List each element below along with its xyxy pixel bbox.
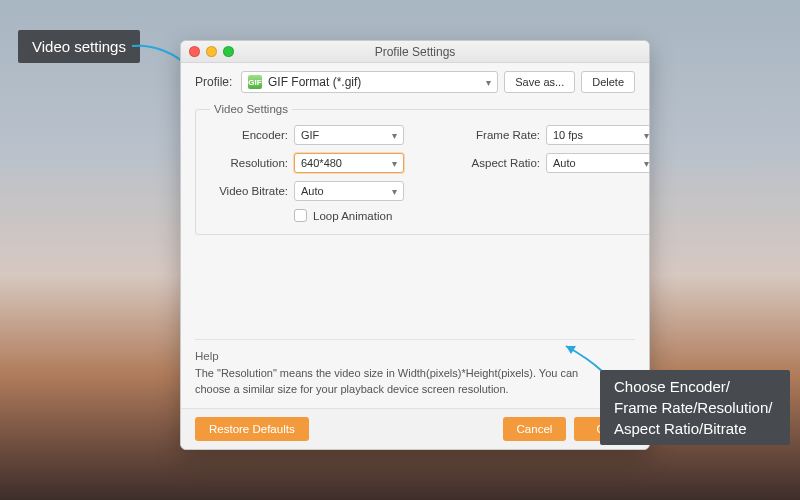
save-as-label: Save as... <box>515 76 564 88</box>
stage: Video settings Profile Settings Profile:… <box>0 0 800 500</box>
delete-label: Delete <box>592 76 624 88</box>
profile-row: Profile: GIF GIF Format (*.gif) ▾ Save a… <box>195 71 635 93</box>
chevron-down-icon: ▾ <box>486 77 491 88</box>
framerate-label: Frame Rate: <box>462 129 546 141</box>
cancel-button[interactable]: Cancel <box>503 417 567 441</box>
chevron-down-icon: ▾ <box>392 130 397 141</box>
annotation-left-text: Video settings <box>32 38 126 55</box>
profile-select[interactable]: GIF GIF Format (*.gif) ▾ <box>241 71 498 93</box>
window-title: Profile Settings <box>181 45 649 59</box>
annotation-video-settings: Video settings <box>18 30 140 63</box>
loop-animation-checkbox[interactable] <box>294 209 307 222</box>
gif-format-icon: GIF <box>248 75 262 89</box>
aspect-value: Auto <box>553 157 576 169</box>
help-section: Help The "Resolution" means the video si… <box>195 339 635 398</box>
aspect-label: Aspect Ratio: <box>462 157 546 169</box>
loop-animation-label: Loop Animation <box>313 210 392 222</box>
framerate-select[interactable]: 10 fps ▾ <box>546 125 650 145</box>
help-text: The "Resolution" means the video size in… <box>195 366 615 398</box>
chevron-down-icon: ▾ <box>392 158 397 169</box>
loop-animation-row: Loop Animation <box>294 209 650 222</box>
framerate-value: 10 fps <box>553 129 583 141</box>
encoder-value: GIF <box>301 129 319 141</box>
video-settings-grid: Encoder: GIF ▾ Frame Rate: 10 fps ▾ Reso… <box>210 125 650 222</box>
encoder-select[interactable]: GIF ▾ <box>294 125 404 145</box>
annotation-right-text: Choose Encoder/ Frame Rate/Resolution/ A… <box>614 378 772 437</box>
chevron-down-icon: ▾ <box>644 130 649 141</box>
video-settings-legend: Video Settings <box>210 103 292 115</box>
resolution-value: 640*480 <box>301 157 342 169</box>
annotation-choose-settings: Choose Encoder/ Frame Rate/Resolution/ A… <box>600 370 790 445</box>
save-as-button[interactable]: Save as... <box>504 71 575 93</box>
profile-label: Profile: <box>195 75 235 89</box>
footer: Restore Defaults Cancel OK <box>181 408 649 449</box>
chevron-down-icon: ▾ <box>392 186 397 197</box>
delete-button[interactable]: Delete <box>581 71 635 93</box>
bitrate-value: Auto <box>301 185 324 197</box>
resolution-label: Resolution: <box>210 157 294 169</box>
restore-defaults-button[interactable]: Restore Defaults <box>195 417 309 441</box>
window-body: Profile: GIF GIF Format (*.gif) ▾ Save a… <box>181 63 649 408</box>
bitrate-select[interactable]: Auto ▾ <box>294 181 404 201</box>
encoder-label: Encoder: <box>210 129 294 141</box>
titlebar: Profile Settings <box>181 41 649 63</box>
cancel-label: Cancel <box>517 423 553 435</box>
aspect-select[interactable]: Auto ▾ <box>546 153 650 173</box>
restore-defaults-label: Restore Defaults <box>209 423 295 435</box>
profile-value: GIF Format (*.gif) <box>268 75 361 89</box>
profile-settings-window: Profile Settings Profile: GIF GIF Format… <box>180 40 650 450</box>
resolution-select[interactable]: 640*480 ▾ <box>294 153 404 173</box>
chevron-down-icon: ▾ <box>644 158 649 169</box>
bitrate-label: Video Bitrate: <box>210 185 294 197</box>
help-legend: Help <box>195 350 635 362</box>
video-settings-group: Video Settings Encoder: GIF ▾ Frame Rate… <box>195 103 650 235</box>
